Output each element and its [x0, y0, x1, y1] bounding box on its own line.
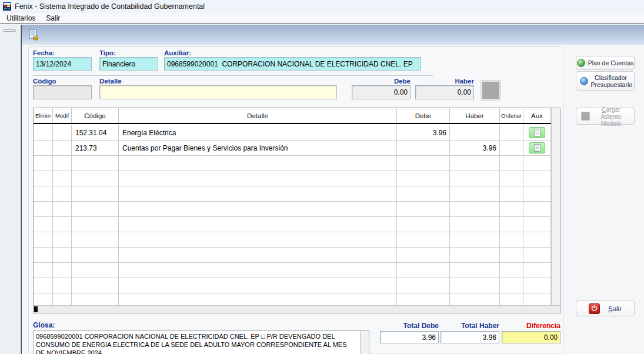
column-header-código[interactable]: Código — [72, 108, 119, 123]
column-header-aux[interactable]: Aux — [523, 108, 551, 123]
entries-table: EliminModifCódigoDetalleDebeHaberOrdenar… — [33, 108, 560, 313]
column-header-haber[interactable]: Haber — [450, 108, 500, 123]
cell-aux — [523, 263, 551, 278]
cell-haber — [450, 293, 500, 305]
table-row[interactable] — [34, 202, 551, 217]
cell-codigo — [72, 217, 119, 232]
glosa-text: 0968599020001 CORPORACION NACIONAL DE EL… — [36, 332, 357, 354]
cell-haber — [450, 278, 500, 293]
debe-input[interactable]: 0.00 — [352, 85, 411, 99]
red-power-icon — [589, 303, 600, 314]
cell-aux — [523, 171, 551, 186]
new-entry-document-coins-icon — [28, 29, 39, 41]
codigo-input[interactable] — [33, 85, 92, 99]
app-icon — [2, 2, 12, 11]
cell-debe — [397, 156, 450, 171]
table-row[interactable]: 213.73Cuentas por Pagar Bienes y Servici… — [34, 141, 551, 156]
table-row[interactable] — [34, 263, 551, 278]
table-row[interactable] — [34, 248, 551, 263]
cell-codigo — [72, 232, 119, 248]
cell-debe — [397, 232, 450, 248]
menu-utilitarios[interactable]: Utilitarios — [1, 14, 41, 23]
left-collapsed-panel — [0, 25, 21, 354]
cell-detalle — [119, 202, 397, 217]
cell-haber — [450, 156, 500, 171]
cell-detalle: Energía Eléctrica — [119, 125, 397, 141]
diferencia-value: 0.00 — [502, 331, 560, 343]
tipo-input[interactable]: Financiero — [99, 57, 158, 71]
cell-modif — [53, 125, 72, 141]
fecha-input[interactable]: 13/12/2024 — [33, 57, 92, 71]
table-row[interactable] — [34, 293, 551, 305]
entries-table-body: 152.31.04Energía Eléctrica3.96213.73Cuen… — [34, 125, 551, 305]
cell-codigo — [72, 186, 119, 202]
table-row[interactable] — [34, 186, 551, 202]
cell-elimin — [34, 141, 53, 156]
column-header-modif[interactable]: Modif — [53, 108, 72, 123]
aux-button[interactable] — [529, 127, 545, 138]
new-entry-button[interactable] — [26, 27, 41, 42]
cell-elimin — [34, 293, 53, 305]
cell-aux — [523, 125, 551, 141]
cell-debe — [397, 202, 450, 217]
title-bar: Fenix - Sistema Integrado de Contabilida… — [0, 0, 644, 13]
cargar-asiento-modelo-button[interactable]: Cargar Asiento Modelo — [576, 108, 635, 125]
document-note-icon — [534, 144, 540, 152]
cell-debe: 3.96 — [397, 125, 450, 141]
separator-line — [33, 75, 433, 76]
cell-detalle — [119, 217, 397, 232]
cell-detalle — [119, 248, 397, 263]
column-header-elimin[interactable]: Elimin — [34, 108, 53, 123]
table-row[interactable] — [34, 217, 551, 232]
haber-input[interactable]: 0.00 — [415, 85, 474, 99]
cell-elimin — [34, 156, 53, 171]
salir-button[interactable]: Salir — [576, 300, 635, 316]
add-entry-button[interactable] — [481, 81, 500, 100]
cell-detalle — [119, 263, 397, 278]
panel-grip-handle[interactable] — [3, 29, 16, 32]
cell-aux — [523, 232, 551, 248]
cell-aux — [523, 217, 551, 232]
menu-bar: Utilitarios Salir — [0, 13, 644, 24]
cell-debe — [397, 293, 450, 305]
cell-modif — [53, 278, 72, 293]
cell-elimin — [34, 186, 53, 202]
cell-codigo — [72, 156, 119, 171]
cell-debe — [397, 263, 450, 278]
detalle-input[interactable] — [99, 85, 337, 99]
cell-ordenar — [500, 248, 523, 263]
cell-debe — [397, 217, 450, 232]
menu-salir[interactable]: Salir — [41, 14, 65, 23]
table-horizontal-scrollbar[interactable] — [34, 305, 560, 313]
table-row[interactable] — [34, 278, 551, 293]
aux-button[interactable] — [529, 142, 545, 153]
cell-codigo — [72, 248, 119, 263]
cell-elimin — [34, 217, 53, 232]
cell-ordenar — [500, 278, 523, 293]
table-row[interactable] — [34, 156, 551, 171]
cell-ordenar — [500, 232, 523, 248]
cell-aux — [523, 293, 551, 305]
codigo-label: Código — [33, 78, 56, 85]
plan-de-cuentas-button[interactable]: Plan de Cuentas — [576, 56, 635, 70]
table-row[interactable] — [34, 171, 551, 186]
table-vertical-scrollbar[interactable] — [551, 108, 560, 305]
gray-square-icon — [581, 112, 590, 121]
cell-elimin — [34, 232, 53, 248]
glosa-scrollbar[interactable] — [360, 331, 369, 354]
cell-modif — [53, 186, 72, 202]
column-header-debe[interactable]: Debe — [397, 108, 450, 123]
column-header-detalle[interactable]: Detalle — [119, 108, 397, 123]
cell-codigo — [72, 293, 119, 305]
cell-aux — [523, 141, 551, 156]
table-row[interactable] — [34, 232, 551, 248]
glosa-textarea[interactable]: 0968599020001 CORPORACION NACIONAL DE EL… — [33, 330, 369, 354]
cell-haber — [450, 202, 500, 217]
cell-ordenar — [500, 171, 523, 186]
cell-modif — [53, 217, 72, 232]
auxiliar-input[interactable]: 0968599020001 CORPORACION NACIONAL DE EL… — [164, 57, 421, 71]
table-row[interactable]: 152.31.04Energía Eléctrica3.96 — [34, 125, 551, 141]
clasificador-presupuestario-button[interactable]: Clasificador Presupuestario — [576, 71, 635, 91]
column-header-ordenar[interactable]: Ordenar — [500, 108, 523, 123]
horizontal-scrollbar-thumb[interactable] — [34, 306, 38, 312]
